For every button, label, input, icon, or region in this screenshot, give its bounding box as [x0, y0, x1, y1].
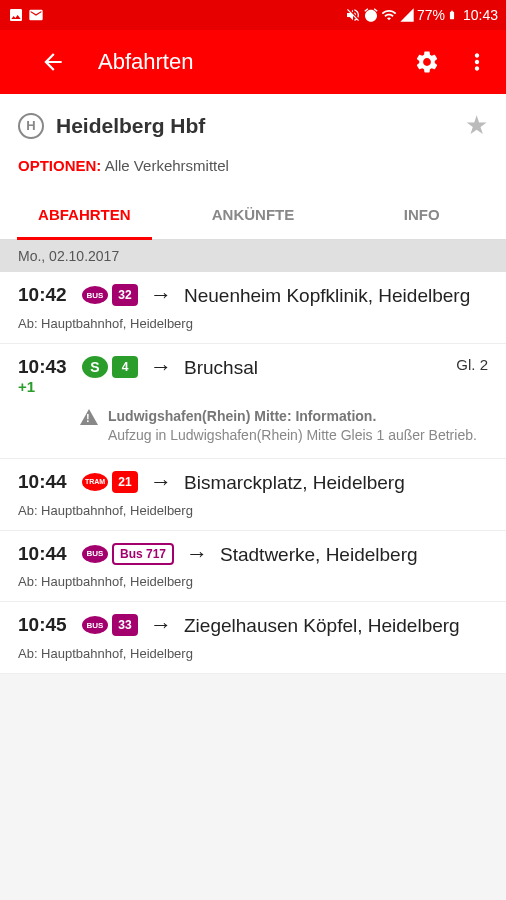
departure-delay: +1 [18, 378, 74, 395]
arrow-icon: → [186, 543, 208, 565]
station-header: H Heidelberg Hbf ★ [0, 94, 506, 157]
arrow-icon: → [150, 356, 172, 378]
transport-mode-badge: TRAM [82, 473, 108, 491]
destination: Neuenheim Kopfklinik, Heidelberg [184, 284, 488, 308]
tab-departures[interactable]: ABFAHRTEN [0, 190, 169, 239]
departure-row[interactable]: 10:44BUSBus 717→Stadtwerke, HeidelbergAb… [0, 531, 506, 603]
transport-mode-badge: BUS [82, 545, 108, 563]
departure-from: Ab: Hauptbahnhof, Heidelberg [18, 316, 488, 331]
destination: Ziegelhausen Köpfel, Heidelberg [184, 614, 488, 638]
page-title: Abfahrten [98, 49, 390, 75]
transport-mode-badge: BUS [82, 286, 108, 304]
departure-time: 10:44 [18, 543, 74, 565]
status-right: 77% 10:43 [345, 7, 498, 23]
settings-button[interactable] [414, 49, 440, 75]
status-time: 10:43 [463, 7, 498, 23]
tab-arrivals[interactable]: ANKÜNFTE [169, 190, 338, 239]
destination: Bruchsal [184, 356, 442, 380]
line-badge: 21 [112, 471, 138, 493]
battery-icon [447, 7, 457, 23]
mail-icon [28, 7, 44, 23]
destination: Bismarckplatz, Heidelberg [184, 471, 488, 495]
line-badge: 32 [112, 284, 138, 306]
arrow-icon: → [150, 471, 172, 493]
arrow-icon: → [150, 614, 172, 636]
departure-row[interactable]: 10:45BUS33→Ziegelhausen Köpfel, Heidelbe… [0, 602, 506, 674]
tab-info[interactable]: INFO [337, 190, 506, 239]
battery-percent: 77% [417, 7, 445, 23]
departure-time: 10:44 [18, 471, 74, 493]
more-button[interactable] [464, 49, 490, 75]
options-value: Alle Verkehrsmittel [105, 157, 229, 174]
status-bar: 77% 10:43 [0, 0, 506, 30]
line-badge: Bus 717 [112, 543, 174, 565]
departure-from: Ab: Hauptbahnhof, Heidelberg [18, 646, 488, 661]
station-name: Heidelberg Hbf [56, 114, 453, 138]
tabs: ABFAHRTEN ANKÜNFTE INFO [0, 190, 506, 240]
departure-row[interactable]: 10:44TRAM21→Bismarckplatz, HeidelbergAb:… [0, 459, 506, 531]
more-vert-icon [464, 49, 490, 75]
line-badge: 4 [112, 356, 138, 378]
departure-time: 10:43 [18, 356, 74, 378]
info-text: Ludwigshafen(Rhein) Mitte: Information.A… [108, 407, 477, 446]
platform: Gl. 2 [456, 356, 488, 373]
transport-mode-badge: S [82, 356, 108, 378]
options-label: OPTIONEN: [18, 157, 101, 174]
arrow-icon: → [150, 284, 172, 306]
departure-row[interactable]: 10:42BUS32→Neuenheim Kopfklinik, Heidelb… [0, 272, 506, 344]
wifi-icon [381, 7, 397, 23]
departure-time: 10:45 [18, 614, 74, 636]
warning-icon [80, 409, 98, 425]
destination: Stadtwerke, Heidelberg [220, 543, 488, 567]
image-icon [8, 7, 24, 23]
station-type-icon: H [18, 113, 44, 139]
departure-row[interactable]: 10:43+1S4→BruchsalGl. 2Ludwigshafen(Rhei… [0, 344, 506, 459]
app-bar: Abfahrten [0, 30, 506, 94]
departures-list: 10:42BUS32→Neuenheim Kopfklinik, Heidelb… [0, 272, 506, 674]
status-left [8, 7, 44, 23]
arrow-back-icon [40, 49, 66, 75]
line-badge: 33 [112, 614, 138, 636]
back-button[interactable] [40, 49, 66, 75]
favorite-button[interactable]: ★ [465, 110, 488, 141]
options-row[interactable]: OPTIONEN: Alle Verkehrsmittel [0, 157, 506, 190]
vibrate-icon [345, 7, 361, 23]
transport-mode-badge: BUS [82, 616, 108, 634]
date-header: Mo., 02.10.2017 [0, 240, 506, 272]
departure-time: 10:42 [18, 284, 74, 306]
signal-icon [399, 7, 415, 23]
departure-from: Ab: Hauptbahnhof, Heidelberg [18, 503, 488, 518]
alarm-icon [363, 7, 379, 23]
departure-from: Ab: Hauptbahnhof, Heidelberg [18, 574, 488, 589]
gear-icon [414, 49, 440, 75]
